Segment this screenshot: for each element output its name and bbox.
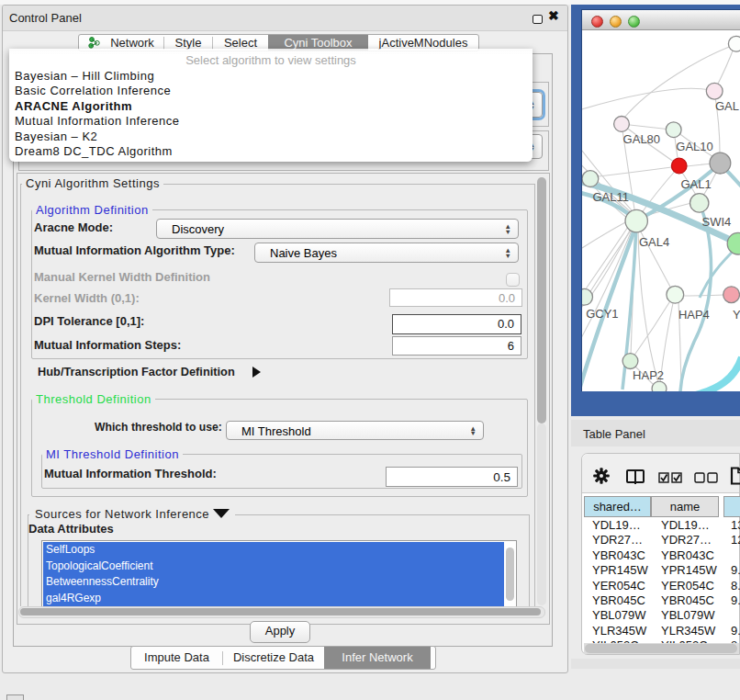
svg-text:Y: Y (733, 308, 740, 322)
svg-text:GAL10: GAL10 (676, 140, 712, 153)
svg-text:HAP2: HAP2 (633, 368, 664, 382)
svg-text:GAL: GAL (715, 99, 739, 113)
svg-text:HAP4: HAP4 (678, 308, 710, 322)
svg-text:GAL1: GAL1 (681, 177, 712, 191)
svg-text:GAL4: GAL4 (639, 235, 669, 249)
svg-text:GAL80: GAL80 (623, 132, 660, 146)
svg-text:GCY1: GCY1 (586, 307, 618, 321)
svg-text:SWI4: SWI4 (702, 215, 732, 229)
svg-text:GAL11: GAL11 (593, 190, 630, 204)
